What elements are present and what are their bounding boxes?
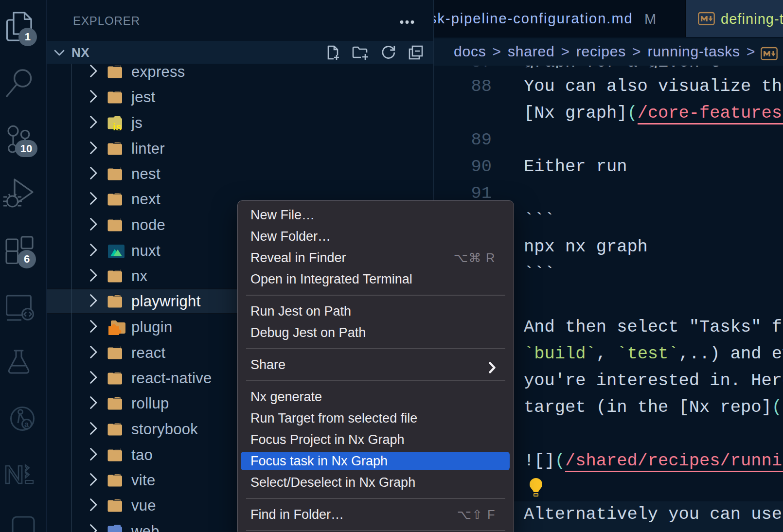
svg-text:a: a: [24, 420, 29, 428]
svg-text:js: js: [112, 121, 122, 130]
